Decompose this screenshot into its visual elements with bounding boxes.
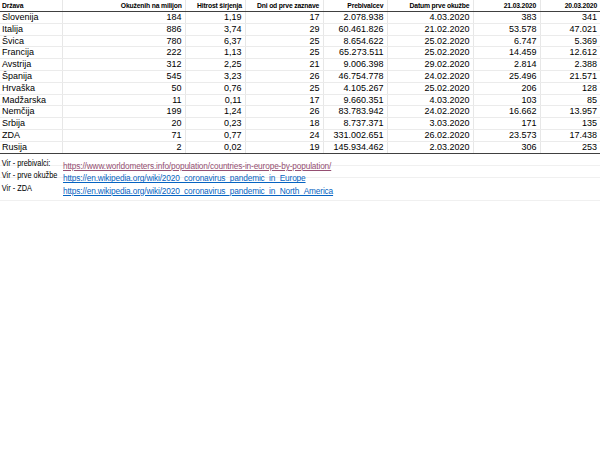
table-cell[interactable]: 60.461.826	[323, 23, 387, 35]
table-cell[interactable]: 83.783.942	[323, 106, 387, 118]
table-cell[interactable]: 26	[245, 106, 323, 118]
table-cell[interactable]: 6.747	[473, 35, 540, 47]
table-cell[interactable]: 47.021	[540, 23, 600, 35]
table-cell[interactable]: 17	[245, 94, 323, 106]
table-cell[interactable]: 312	[62, 59, 185, 71]
table-cell[interactable]: Španija	[0, 70, 62, 82]
table-cell[interactable]: 12.612	[540, 47, 600, 59]
table-cell[interactable]: 14.459	[473, 47, 540, 59]
table-cell[interactable]: 46.754.778	[323, 70, 387, 82]
table-cell[interactable]: 26.02.2020	[387, 129, 473, 141]
table-cell[interactable]: 71	[62, 129, 185, 141]
table-cell[interactable]: 17	[245, 12, 323, 24]
table-cell[interactable]: 2.078.938	[323, 12, 387, 24]
table-cell[interactable]: 6,37	[185, 35, 245, 47]
table-cell[interactable]: 145.934.462	[323, 141, 387, 153]
table-cell[interactable]: 103	[473, 94, 540, 106]
table-cell[interactable]: Italija	[0, 23, 62, 35]
table-cell[interactable]: 4.03.2020	[387, 12, 473, 24]
table-cell[interactable]: Avstrija	[0, 59, 62, 71]
table-cell[interactable]: 0,76	[185, 82, 245, 94]
table-cell[interactable]: 20	[62, 118, 185, 130]
table-cell[interactable]: 331.002.651	[323, 129, 387, 141]
table-cell[interactable]: Rusija	[0, 141, 62, 153]
table-cell[interactable]: 199	[62, 106, 185, 118]
table-cell[interactable]: 1,13	[185, 47, 245, 59]
table-cell[interactable]: 17.438	[540, 129, 600, 141]
column-header-days-since-first-case[interactable]: Dni od prve zaznave	[245, 0, 323, 12]
table-cell[interactable]: 65.273.511	[323, 47, 387, 59]
table-cell[interactable]: 4.105.267	[323, 82, 387, 94]
column-header-date-20-03[interactable]: 20.03.2020	[540, 0, 600, 12]
table-cell[interactable]: 25.02.2020	[387, 47, 473, 59]
table-cell[interactable]: 253	[540, 141, 600, 153]
source-link-prve-okuzbe[interactable]: https://en.wikipedia.org/wiki/2020_coron…	[63, 173, 306, 183]
table-cell[interactable]: Slovenija	[0, 12, 62, 24]
table-cell[interactable]: 18	[245, 118, 323, 130]
table-cell[interactable]: 24.02.2020	[387, 70, 473, 82]
table-cell[interactable]: ZDA	[0, 129, 62, 141]
table-cell[interactable]: 50	[62, 82, 185, 94]
table-cell[interactable]: 29	[245, 23, 323, 35]
table-cell[interactable]: 171	[473, 118, 540, 130]
column-header-infected-per-million[interactable]: Okuženih na milijon	[62, 0, 185, 12]
table-cell[interactable]: 13.957	[540, 106, 600, 118]
table-cell[interactable]: 24	[245, 129, 323, 141]
table-cell[interactable]: 21.571	[540, 70, 600, 82]
table-cell[interactable]: 1,24	[185, 106, 245, 118]
table-cell[interactable]: 8.654.622	[323, 35, 387, 47]
table-cell[interactable]: 2	[62, 141, 185, 153]
table-cell[interactable]: Švica	[0, 35, 62, 47]
table-cell[interactable]: 2.388	[540, 59, 600, 71]
table-cell[interactable]: Francija	[0, 47, 62, 59]
column-header-population[interactable]: Prebivalcev	[323, 0, 387, 12]
table-cell[interactable]: 5.369	[540, 35, 600, 47]
table-cell[interactable]: 19	[245, 141, 323, 153]
column-header-country[interactable]: Država	[0, 0, 62, 12]
table-cell[interactable]: 184	[62, 12, 185, 24]
table-cell[interactable]: Madžarska	[0, 94, 62, 106]
table-cell[interactable]: 16.662	[473, 106, 540, 118]
column-header-first-case-date[interactable]: Datum prve okužbe	[387, 0, 473, 12]
table-cell[interactable]: 29.02.2020	[387, 59, 473, 71]
table-cell[interactable]: 886	[62, 23, 185, 35]
table-cell[interactable]: 135	[540, 118, 600, 130]
table-cell[interactable]: 306	[473, 141, 540, 153]
table-cell[interactable]: 128	[540, 82, 600, 94]
source-link-zda[interactable]: https://en.wikipedia.org/wiki/2020_coron…	[63, 186, 333, 196]
table-cell[interactable]: 3,23	[185, 70, 245, 82]
table-cell[interactable]: 2.03.2020	[387, 141, 473, 153]
table-cell[interactable]: 25.02.2020	[387, 35, 473, 47]
table-cell[interactable]: 0,11	[185, 94, 245, 106]
table-cell[interactable]: 4.03.2020	[387, 94, 473, 106]
table-cell[interactable]: 26	[245, 70, 323, 82]
table-cell[interactable]: 545	[62, 70, 185, 82]
table-cell[interactable]: 21	[245, 59, 323, 71]
table-cell[interactable]: Srbija	[0, 118, 62, 130]
table-cell[interactable]: 9.006.398	[323, 59, 387, 71]
table-cell[interactable]: 3.03.2020	[387, 118, 473, 130]
table-cell[interactable]: Hrvaška	[0, 82, 62, 94]
table-cell[interactable]: 53.578	[473, 23, 540, 35]
table-cell[interactable]: 25.496	[473, 70, 540, 82]
table-cell[interactable]: 0,23	[185, 118, 245, 130]
table-cell[interactable]: 2,25	[185, 59, 245, 71]
table-cell[interactable]: 341	[540, 12, 600, 24]
table-cell[interactable]: 780	[62, 35, 185, 47]
table-cell[interactable]: 23.573	[473, 129, 540, 141]
table-cell[interactable]: 21.02.2020	[387, 23, 473, 35]
table-cell[interactable]: 0,02	[185, 141, 245, 153]
table-cell[interactable]: Nemčija	[0, 106, 62, 118]
table-cell[interactable]: 2.814	[473, 59, 540, 71]
table-cell[interactable]: 11	[62, 94, 185, 106]
table-cell[interactable]: 25	[245, 47, 323, 59]
table-cell[interactable]: 85	[540, 94, 600, 106]
table-cell[interactable]: 3,74	[185, 23, 245, 35]
table-cell[interactable]: 383	[473, 12, 540, 24]
table-cell[interactable]: 206	[473, 82, 540, 94]
table-cell[interactable]: 25.02.2020	[387, 82, 473, 94]
column-header-spread-rate[interactable]: Hitrost širjenja	[185, 0, 245, 12]
table-cell[interactable]: 8.737.371	[323, 118, 387, 130]
table-cell[interactable]: 24.02.2020	[387, 106, 473, 118]
column-header-date-21-03[interactable]: 21.03.2020	[473, 0, 540, 12]
